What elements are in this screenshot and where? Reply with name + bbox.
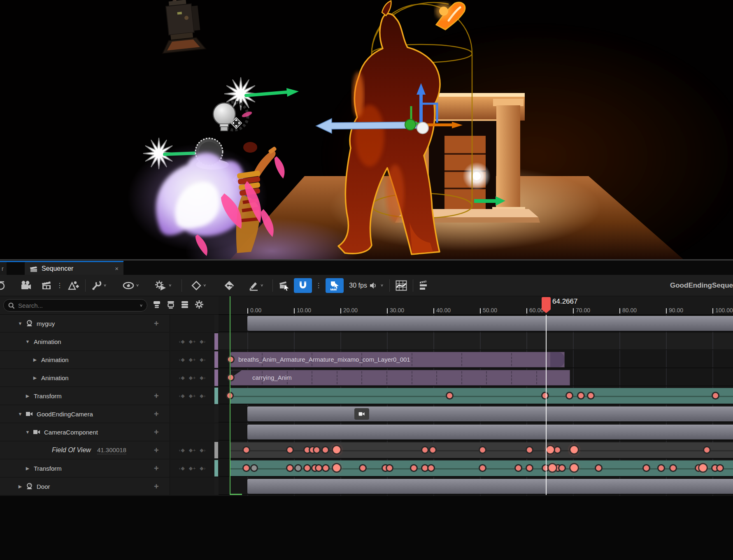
next-keyframe-button[interactable]: ◆›: [200, 357, 205, 362]
keyframe-selected[interactable]: [570, 446, 578, 453]
track-header-transform[interactable]: ▶Transform+‹◆◆+◆›: [0, 460, 219, 477]
keyframe[interactable]: [542, 393, 548, 398]
select-edit-button[interactable]: [276, 277, 293, 294]
keyframe[interactable]: [360, 465, 365, 471]
collapse-arrow-icon[interactable]: ▶: [25, 466, 30, 471]
view-options-button[interactable]: ∨: [120, 277, 142, 294]
animation-clip[interactable]: carrying_Anim: [230, 370, 570, 386]
keyframe[interactable]: [323, 465, 328, 471]
expand-arrow-icon[interactable]: ▼: [17, 321, 23, 326]
keyframe-selected[interactable]: [333, 446, 340, 453]
keyframe[interactable]: [411, 465, 417, 471]
pilot-camera-button[interactable]: [354, 408, 369, 420]
keyframe-selected[interactable]: [547, 446, 554, 453]
keyframe[interactable]: [430, 447, 435, 453]
clip-start-keyframe[interactable]: [228, 357, 233, 362]
track-timeline[interactable]: [219, 441, 733, 459]
gizmo-y-arrow[interactable]: [426, 123, 452, 126]
keyframe-gray[interactable]: [296, 465, 301, 471]
add-track-button[interactable]: +: [154, 391, 159, 401]
keyframe[interactable]: [447, 393, 452, 398]
track-header-field-of-view[interactable]: Field Of View41.300018+‹◆◆+◆›: [0, 441, 219, 459]
keyframe[interactable]: [713, 393, 718, 398]
track-timeline[interactable]: carrying_Anim: [219, 369, 733, 386]
next-keyframe-button[interactable]: ◆›: [200, 375, 205, 381]
keyframe[interactable]: [670, 465, 676, 471]
track-timeline[interactable]: [219, 460, 733, 477]
keyframe[interactable]: [712, 465, 718, 471]
create-camera-button[interactable]: [18, 277, 34, 294]
clipped-left-icon[interactable]: [0, 277, 12, 294]
keyframe-selected[interactable]: [549, 464, 556, 472]
keyframe[interactable]: [567, 393, 572, 398]
collapse-arrow-icon[interactable]: ▶: [32, 375, 38, 381]
keyframe[interactable]: [305, 465, 310, 471]
search-filter-chevron-icon[interactable]: ∨: [140, 303, 143, 307]
prev-keyframe-button[interactable]: ‹◆: [179, 357, 185, 362]
keyframe[interactable]: [387, 465, 392, 471]
keyframe[interactable]: [305, 447, 310, 453]
search-box[interactable]: ∨: [3, 299, 147, 311]
keyframe[interactable]: [287, 447, 293, 453]
auto-key-button[interactable]: [221, 277, 237, 294]
keyframe[interactable]: [704, 447, 710, 453]
expand-arrow-icon[interactable]: ▼: [25, 339, 30, 344]
keyframe[interactable]: [543, 465, 548, 471]
keyframe[interactable]: [644, 465, 649, 471]
fps-dropdown[interactable]: 30 fps: [349, 282, 367, 289]
curve-tools-button[interactable]: ∨: [246, 277, 266, 294]
timeline-ruler[interactable]: 0.0010.0020.0030.0040.0050.0060.0070.008…: [219, 296, 733, 315]
add-keyframe-button[interactable]: ◆+: [189, 357, 196, 362]
settings-wrench-button[interactable]: ∨: [89, 277, 109, 294]
gizmo-z-arrow[interactable]: [419, 94, 423, 126]
track-timeline[interactable]: [219, 423, 733, 441]
keyframe[interactable]: [659, 465, 664, 471]
keyframe[interactable]: [314, 447, 319, 453]
add-track-button[interactable]: +: [154, 409, 159, 419]
keyframe[interactable]: [287, 465, 293, 471]
track-header-animation[interactable]: ▼Animation‹◆◆+◆›: [0, 333, 219, 350]
track-timeline[interactable]: breaths_Anim_Armature_Armature_mixamo_co…: [219, 351, 733, 368]
track-header-animation[interactable]: ▶Animation‹◆◆+◆›: [0, 369, 219, 386]
view-density-frame-button[interactable]: [166, 300, 175, 311]
keyframe[interactable]: [480, 465, 485, 471]
curve-editor-button[interactable]: [393, 277, 410, 294]
gizmo-green-handle[interactable]: [405, 119, 416, 130]
next-keyframe-button[interactable]: ◆›: [200, 447, 205, 453]
add-keyframe-button[interactable]: ◆+: [189, 393, 196, 399]
prev-keyframe-button[interactable]: ‹◆: [179, 393, 185, 399]
prev-keyframe-button[interactable]: ‹◆: [179, 465, 185, 471]
clip-start-keyframe[interactable]: [228, 375, 233, 380]
keyframe[interactable]: [559, 465, 565, 471]
snap-options-dots[interactable]: ⋮: [313, 277, 324, 294]
add-track-button[interactable]: +: [154, 446, 159, 455]
playback-start-line[interactable]: [230, 297, 230, 495]
track-timeline[interactable]: [219, 405, 733, 423]
keyframe[interactable]: [422, 447, 428, 453]
gizmo-center-sphere[interactable]: [417, 122, 428, 134]
keyframe[interactable]: [717, 465, 723, 471]
add-track-button[interactable]: +: [154, 428, 159, 437]
playhead-snap-button[interactable]: [326, 278, 344, 293]
add-track-button[interactable]: +: [154, 319, 159, 328]
prev-keyframe-button[interactable]: ‹◆: [179, 339, 185, 344]
keyframe[interactable]: [323, 447, 328, 453]
add-keyframe-button[interactable]: ◆+: [189, 339, 196, 344]
summary-bar[interactable]: [247, 425, 733, 439]
track-timeline[interactable]: [219, 478, 733, 495]
track-header-cameracomponent[interactable]: ▼CameraComponent+: [0, 423, 219, 441]
playhead-marker[interactable]: [542, 297, 551, 309]
toolbar-overflow-dots[interactable]: ⋮: [54, 277, 65, 294]
keyframe[interactable]: [596, 465, 601, 471]
collapse-arrow-icon[interactable]: ▶: [25, 393, 30, 399]
summary-bar[interactable]: [247, 316, 733, 331]
track-header-animation[interactable]: ▶Animation‹◆◆+◆›: [0, 351, 219, 368]
keyframe[interactable]: [527, 447, 532, 453]
next-keyframe-button[interactable]: ◆›: [200, 339, 205, 344]
keyframe[interactable]: [555, 447, 560, 453]
keyframe[interactable]: [316, 465, 321, 471]
keyframe-selected[interactable]: [699, 464, 707, 472]
snap-toggle-button[interactable]: [294, 278, 312, 293]
track-timeline[interactable]: [219, 387, 733, 404]
track-header-transform[interactable]: ▶Transform+‹◆◆+◆›: [0, 387, 219, 404]
